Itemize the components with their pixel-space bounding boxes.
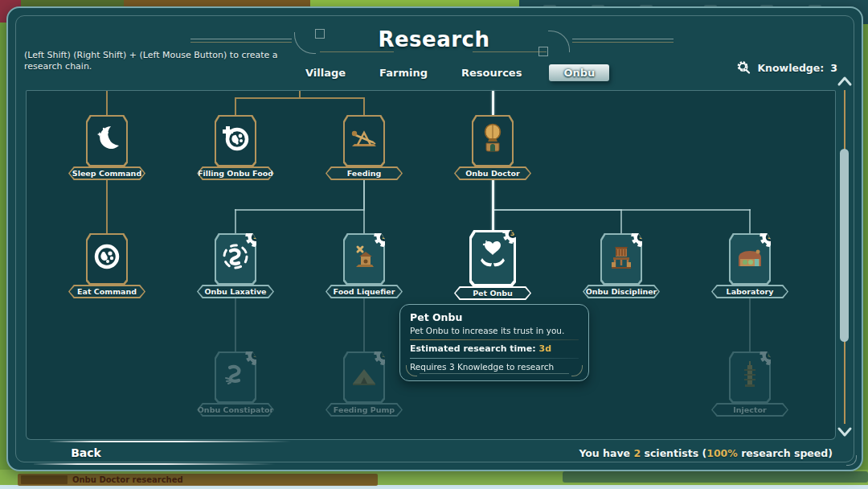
- tooltip-time-value: 3d: [539, 343, 552, 354]
- tooltip-research-time: Estimated research time: 3d: [410, 343, 579, 354]
- tooltip-time-label: Estimated research time:: [410, 343, 539, 354]
- node-label: Onbu Constipator: [197, 403, 274, 417]
- node-label-banner: Onbu Doctor: [454, 166, 531, 180]
- node-frame: 3: [215, 351, 256, 403]
- scroll-down-arrow[interactable]: [837, 425, 853, 438]
- connector-line: [106, 91, 108, 115]
- world-bottom-shadow: [563, 471, 868, 483]
- research-chain-hint: (Left Shift) (Right Shift) + (Left Mouse…: [24, 50, 281, 72]
- tab-farming[interactable]: Farming: [373, 64, 434, 81]
- connector-line: [235, 209, 365, 211]
- connector-line: [106, 179, 108, 233]
- node-label: Onbu Laxative: [197, 285, 274, 298]
- research-screen: Onbu Doctor researched (Left Shift) (Rig…: [0, 0, 868, 489]
- research-tooltip: Pet Onbu Pet Onbu to increase its trust …: [399, 304, 589, 381]
- node-frame: [343, 115, 385, 166]
- connector-line: [749, 209, 751, 233]
- node-label: Eat Command: [68, 285, 145, 298]
- knowledge-icon: [735, 60, 752, 76]
- tooltip-title: Pet Onbu: [410, 311, 579, 323]
- tooltip-bottom-line: [420, 373, 569, 374]
- node-label-banner: Filling Onbu Food: [197, 166, 274, 180]
- research-tree-viewport[interactable]: [26, 90, 836, 440]
- node-label-banner: Onbu Discipliner: [583, 285, 660, 298]
- node-label: Filling Onbu Food: [197, 166, 274, 180]
- scientists-text-part: scientists (: [641, 447, 706, 459]
- back-ornament-line: [50, 441, 291, 442]
- scientists-status: You have 2 scientists (100% research spe…: [579, 447, 833, 459]
- connector-line: [235, 297, 236, 351]
- scroll-up-arrow[interactable]: [837, 75, 853, 88]
- category-tabs: VillageFarmingResourcesOnbu: [299, 64, 609, 81]
- node-label: Onbu Doctor: [454, 166, 531, 180]
- node-frame: [472, 115, 514, 166]
- scientists-text-part: 2: [633, 447, 641, 459]
- connector-line: [235, 209, 236, 233]
- connector-line: [235, 97, 236, 115]
- notification-stamp: [21, 475, 68, 484]
- node-label: Laboratory: [711, 285, 788, 298]
- connector-line: [620, 209, 622, 233]
- tab-village[interactable]: Village: [299, 64, 352, 81]
- scientists-text-part: 100%: [706, 447, 738, 459]
- node-label: Injector: [711, 403, 788, 417]
- node-frame: 3: [469, 230, 516, 286]
- connector-line: [235, 97, 365, 99]
- node-label: Pet Onbu: [454, 286, 531, 300]
- page-title: Research: [0, 27, 868, 51]
- moon-icon: [91, 122, 123, 154]
- trebuchet-icon: [348, 122, 380, 154]
- notification-text: Onbu Doctor researched: [72, 475, 183, 484]
- connector-line: [749, 297, 751, 351]
- balloon-icon: [477, 122, 509, 154]
- knowledge-value: 3: [830, 62, 837, 74]
- node-frame: [86, 233, 128, 285]
- notification-bar: Onbu Doctor researched: [18, 474, 378, 486]
- scientists-text-part: research speed): [738, 447, 833, 459]
- node-label-banner: Feeding Trebuchet: [326, 166, 403, 180]
- node-label-banner: Feeding Pump: [326, 403, 403, 417]
- back-ornament-line: [34, 463, 275, 465]
- food-icon: [91, 240, 123, 273]
- foodplus-icon: [219, 122, 252, 154]
- node-frame: 8: [729, 351, 771, 403]
- connector-line: [492, 209, 751, 211]
- node-frame: 5: [729, 233, 771, 285]
- node-label-banner: Onbu Laxative: [197, 285, 274, 298]
- tooltip-corner-ornament: [406, 365, 417, 376]
- node-label: Food Liquefier: [326, 285, 403, 298]
- tab-onbu[interactable]: Onbu: [549, 64, 609, 81]
- connector-line: [363, 179, 365, 233]
- tooltip-requirement: Requires 3 Knowledge to research: [410, 362, 579, 372]
- node-label-banner: Onbu Constipator: [197, 403, 274, 417]
- tooltip-divider: [410, 358, 579, 359]
- node-label-banner: Eat Command: [68, 285, 145, 298]
- node-frame: 3: [215, 233, 256, 285]
- node-frame: 5: [600, 233, 642, 285]
- node-label-banner: Injector: [711, 403, 788, 417]
- connector-line: [492, 179, 494, 233]
- node-frame: [215, 115, 256, 166]
- node-label: Sleep Command: [68, 166, 145, 180]
- knowledge-label: Knowledge:: [757, 62, 824, 74]
- connector-line: [299, 91, 301, 97]
- node-label: Feeding Pump: [326, 403, 403, 417]
- connector-line: [492, 91, 494, 115]
- node-label-banner: Sleep Command: [68, 166, 145, 180]
- connector-line: [363, 297, 365, 351]
- knowledge-counter: Knowledge: 3: [735, 60, 837, 76]
- node-frame: 5: [343, 351, 385, 403]
- connector-line: [363, 97, 365, 115]
- back-button[interactable]: Back: [42, 444, 130, 462]
- tab-resources[interactable]: Resources: [455, 64, 528, 81]
- scrollbar-thumb[interactable]: [840, 149, 849, 342]
- tooltip-corner-ornament: [571, 365, 583, 376]
- node-frame: 5: [343, 233, 385, 285]
- node-label: Onbu Discipliner: [583, 285, 660, 298]
- node-label-banner: Laboratory: [711, 285, 788, 298]
- scientists-text-part: You have: [579, 447, 633, 459]
- tooltip-description: Pet Onbu to increase its trust in you.: [410, 326, 579, 335]
- node-label-banner: Pet Onbu: [454, 286, 531, 300]
- tooltip-divider: [410, 339, 579, 340]
- node-label-banner: Food Liquefier: [326, 285, 403, 298]
